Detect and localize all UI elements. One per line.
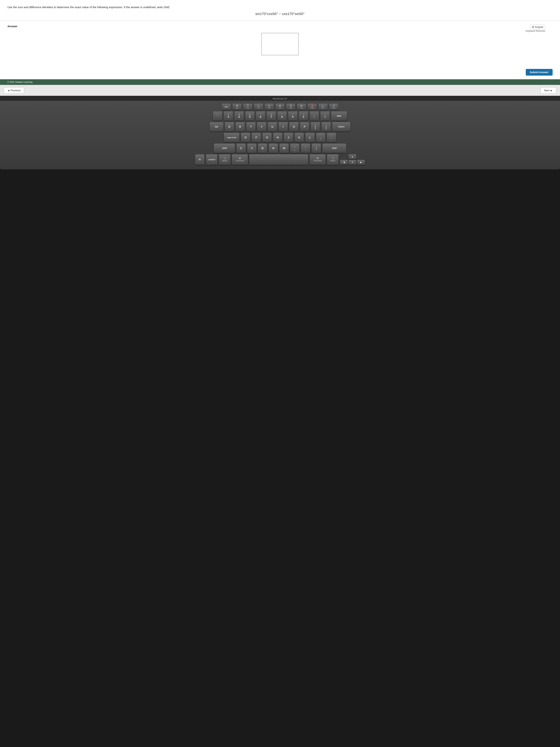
answer-header-row: Answer ⊞ Keypad Keyboard Shortcuts xyxy=(7,25,553,30)
key-shift-right[interactable]: shift xyxy=(322,144,346,153)
key-fn[interactable]: fn xyxy=(195,154,205,165)
asdf-row: caps lock D F G H J K L :; "' xyxy=(3,133,557,142)
previous-button[interactable]: ◄ Previous xyxy=(4,87,24,94)
key-h[interactable]: H xyxy=(273,133,283,142)
arrow-cluster: ▲ ◀ ▼ ▶ xyxy=(340,154,365,165)
answer-input-box[interactable] xyxy=(262,33,298,55)
key-8[interactable]: *8 xyxy=(277,111,287,121)
keypad-button[interactable]: ⊞ Keypad xyxy=(530,25,545,29)
key-caps[interactable]: caps lock xyxy=(224,133,240,142)
key-f7[interactable]: ⏮ F7 xyxy=(275,103,285,110)
key-k[interactable]: K xyxy=(294,133,304,142)
key-p[interactable]: P xyxy=(300,122,310,132)
keypad-label: Keypad xyxy=(535,26,543,28)
key-period[interactable]: >. xyxy=(301,144,310,153)
key-comma[interactable]: <, xyxy=(290,144,300,153)
key-e[interactable]: E xyxy=(224,122,234,132)
key-f8[interactable]: ⏸ F8 xyxy=(286,103,296,110)
key-d[interactable]: D xyxy=(241,133,250,142)
key-f12[interactable]: 🔊 F12 xyxy=(329,103,339,110)
keyboard: esc ⊞ F3 ⠿ F4 ✦ F5 ✦✦ F6 ⏮ F7 ⏸ F8 ⏭ F9 xyxy=(0,101,560,169)
key-arrow-up[interactable]: ▲ xyxy=(348,154,356,159)
answer-tools: ⊞ Keypad Keyboard Shortcuts xyxy=(526,25,545,32)
key-i[interactable]: I xyxy=(278,122,288,132)
key-r[interactable]: R xyxy=(235,122,245,132)
submit-button[interactable]: Submit Answer xyxy=(526,69,553,76)
key-0[interactable]: )0 xyxy=(299,111,308,121)
key-f3[interactable]: ⊞ F3 xyxy=(232,103,242,110)
key-4[interactable]: $4 xyxy=(234,111,244,121)
fn-key-row: esc ⊞ F3 ⠿ F4 ✦ F5 ✦✦ F6 ⏮ F7 ⏸ F8 ⏭ F9 xyxy=(3,103,557,110)
key-f11[interactable]: 🔉 F11 xyxy=(318,103,328,110)
math-expression: sin170°cos50° − cos170°sin50° xyxy=(7,12,553,16)
copyright-text: © 2021 Hawkes Learning xyxy=(7,81,32,83)
key-equals[interactable]: += xyxy=(320,111,330,121)
dne-label: DNE. xyxy=(164,5,170,9)
key-3[interactable]: #3 xyxy=(223,111,233,121)
key-f6[interactable]: ✦✦ F6 xyxy=(264,103,274,110)
key-option-left[interactable]: ⌥ option xyxy=(219,154,231,165)
key-7[interactable]: &7 xyxy=(266,111,276,121)
key-arrow-right[interactable]: ▶ xyxy=(357,160,365,165)
answer-section: Answer ⊞ Keypad Keyboard Shortcuts xyxy=(0,21,560,30)
key-option-right[interactable]: ⌥ option xyxy=(327,154,339,165)
key-command-left[interactable]: ⌘ command xyxy=(232,154,248,165)
submit-row: Submit Answer xyxy=(0,67,560,79)
key-f5[interactable]: ✦ F5 xyxy=(254,103,263,110)
key-f[interactable]: F xyxy=(251,133,261,142)
key-b[interactable]: B xyxy=(258,144,267,153)
key-bracket-open[interactable]: {[ xyxy=(311,122,320,132)
key-space[interactable] xyxy=(249,154,308,165)
key-f10[interactable]: 🔇 F10 xyxy=(308,103,317,110)
key-5[interactable]: %5 xyxy=(245,111,255,121)
key-esc[interactable]: esc xyxy=(221,103,231,110)
key-ctrl[interactable]: control xyxy=(206,154,218,165)
question-container: Use the sum and difference identities to… xyxy=(0,0,560,21)
key-g[interactable]: G xyxy=(262,133,272,142)
key-c[interactable]: C xyxy=(236,144,246,153)
key-delete[interactable]: dele xyxy=(331,111,347,121)
zxcv-row: shift C V B N M <, >. ?/ shift xyxy=(3,144,557,153)
key-j[interactable]: J xyxy=(284,133,293,142)
keyboard-shortcuts-link[interactable]: Keyboard Shortcuts xyxy=(526,30,545,32)
number-row: ~` #3 $4 %5 ^6 &7 *8 (9 )0 _– += dele xyxy=(3,111,557,121)
key-slash[interactable]: ?/ xyxy=(312,144,321,153)
key-minus[interactable]: _– xyxy=(310,111,319,121)
nav-row: ◄ Previous Next ► xyxy=(0,85,560,96)
question-instruction: Use the sum and difference identities to… xyxy=(7,5,553,9)
key-shift-left[interactable]: shift xyxy=(214,144,235,153)
key-arrow-down[interactable]: ▼ xyxy=(348,160,356,165)
key-return[interactable]: return xyxy=(332,122,351,132)
key-9[interactable]: (9 xyxy=(288,111,298,121)
key-quote[interactable]: "' xyxy=(327,133,336,142)
keypad-icon: ⊞ xyxy=(532,26,534,28)
macbook-label: MacBook Air xyxy=(0,96,560,101)
key-bracket-close[interactable]: }] xyxy=(321,122,331,132)
key-n[interactable]: N xyxy=(268,144,278,153)
key-v[interactable]: V xyxy=(247,144,257,153)
key-o[interactable]: O xyxy=(289,122,299,132)
key-m[interactable]: M xyxy=(279,144,289,153)
key-tab[interactable]: tab xyxy=(209,122,223,132)
key-semicolon[interactable]: :; xyxy=(316,133,325,142)
next-button[interactable]: Next ► xyxy=(540,87,556,94)
key-6[interactable]: ^6 xyxy=(256,111,265,121)
key-u[interactable]: U xyxy=(268,122,277,132)
footer-bar: © 2021 Hawkes Learning xyxy=(0,79,560,85)
answer-label: Answer xyxy=(7,25,18,28)
key-arrow-left[interactable]: ◀ xyxy=(340,160,348,165)
browser-area: Use the sum and difference identities to… xyxy=(0,0,560,96)
key-backtick[interactable]: ~` xyxy=(213,111,222,121)
key-f4[interactable]: ⠿ F4 xyxy=(243,103,252,110)
key-t[interactable]: T xyxy=(246,122,256,132)
key-y[interactable]: Y xyxy=(257,122,266,132)
key-command-right[interactable]: ⌘ command xyxy=(310,154,326,165)
key-l[interactable]: L xyxy=(305,133,315,142)
qwerty-row: tab E R T Y U I O P {[ }] return xyxy=(3,122,557,132)
answer-area-wrapper xyxy=(0,30,560,67)
key-f9[interactable]: ⏭ F9 xyxy=(297,103,306,110)
bottom-row: fn control ⌥ option ⌘ command ⌘ command … xyxy=(3,154,557,165)
